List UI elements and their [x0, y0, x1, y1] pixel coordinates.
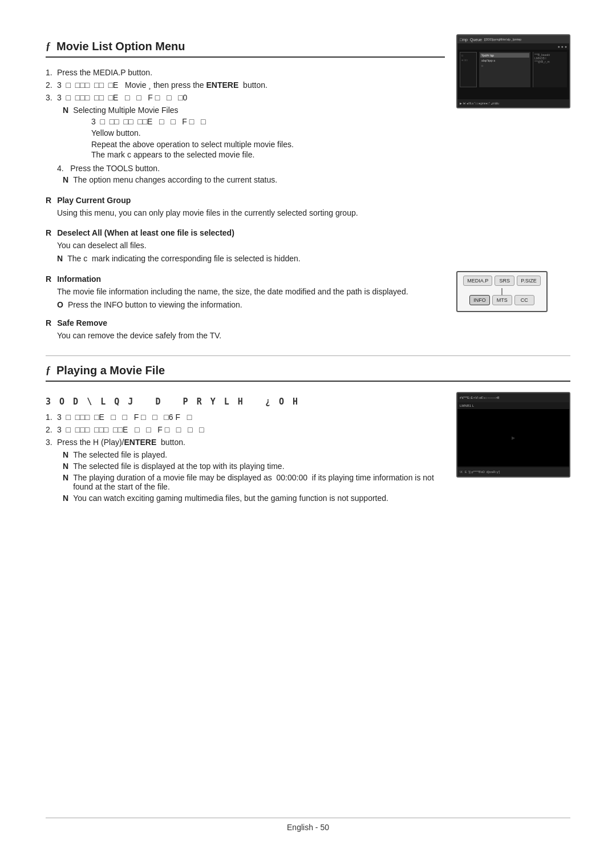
footer-page-num: 50 [320, 823, 329, 832]
tv-bottom-bar-1: ▶ I♦I ●Illi.a ''□□♦gme♦□'' ₒzr⊞Iu [457, 99, 569, 107]
r-info-heading: Information [57, 274, 101, 284]
remote-row-2: INFO MTS CC [461, 295, 543, 305]
play-step2: 3 □ □□□ □□□ □□E □ □ F □ □ □ □ [57, 425, 204, 434]
r-play-content: Using this menu, you can only play movie… [57, 207, 570, 219]
play-list-item: 3. Press the H (Play)/ENTERE button. [46, 438, 445, 447]
r-info: R Information The movie file information… [46, 274, 445, 309]
section1-f-label: ƒ [46, 41, 51, 52]
tv-play-top: #'d'***E::E:<'d'::c€'□□ --------->B [457, 393, 569, 402]
section2-content: 3 O D \ L Q J D P R Y L H ¿ O H 1. 3 □ □… [46, 392, 445, 505]
play-list-item: 1. 3 □ □□□ □E □ □ F □ □ □6 F □ [46, 413, 445, 422]
r-deselect-heading: Deselect All (When at least one file is … [57, 228, 234, 237]
play-step1: 3 □ □□□ □E □ □ F □ □ □6 F □ [57, 413, 192, 422]
step4-text: Press the TOOLS button. [70, 164, 160, 173]
substep-3-text: 3 □ □□ □□ □□E □ □ F □ □ [91, 117, 205, 126]
tv-display-1: □mp Queue [[DDD]pymgMirie'alp _Ipmtep ● … [456, 34, 570, 108]
remote-row-1: MEDIA.P SRS P.SIZE [461, 276, 543, 286]
footer: English - 50 [46, 818, 570, 832]
media-p-button: MEDIA.P [463, 276, 492, 286]
repeat-text-content: Repeat the above operation to select mul… [91, 140, 294, 149]
r-sections-container: R Play Current Group Using this menu, yo… [46, 196, 570, 344]
play-n1: N The selected file is played. [63, 450, 445, 459]
cc-button: CC [514, 295, 534, 305]
r-play-heading: Play Current Group [57, 196, 131, 205]
play-n2: N The selected file is displayed at the … [63, 462, 445, 471]
mark-text: The mark c appears to the selected movie… [91, 150, 445, 159]
section2-title-text: Playing a Movie File [56, 364, 165, 377]
r-deselect-n: N The c mark indicating the correspondin… [57, 254, 570, 263]
footer-label: English [287, 823, 313, 832]
remote-connector [501, 288, 502, 295]
srs-button: SRS [495, 276, 514, 286]
substep-3: 3 □ □□ □□ □□E □ □ F □ □ [91, 117, 445, 126]
tv-screen-1: □mp Queue [[DDD]pymgMirie'alp _Ipmtep ● … [456, 34, 570, 108]
step4-n-text: The option menu changes according to the… [73, 175, 277, 184]
n-selecting-text: Selecting Multiple Movie Files [73, 106, 178, 115]
section2-container: 3 O D \ L Q J D P R Y L H ¿ O H 1. 3 □ □… [46, 392, 570, 505]
info-button: INFO [469, 295, 490, 305]
step4-n: N The option menu changes according to t… [63, 175, 445, 184]
r-deselect-content: You can deselect all files. [57, 240, 570, 252]
r-deselect-n-text: The c mark indicating the corresponding … [67, 254, 301, 263]
r-play-current: R Play Current Group Using this menu, yo… [46, 196, 570, 219]
play-n1-text: The selected file is played. [73, 450, 167, 459]
r-safe-content: You can remove the device safely from th… [57, 330, 445, 342]
r-safe-heading: Safe Remove [57, 318, 107, 328]
tv-play-bottom: \X E '[{-p*****B'eD d[zzaR□y'] [457, 467, 569, 476]
step1-text: Press the MEDIA.P button. [57, 68, 152, 77]
play-n3-text: The playing duration of a movie file may… [73, 473, 445, 491]
list-item: 3. 3 □ □□□ □□ □E □ □ F □ □ □0 [46, 93, 445, 102]
section2-f-label: ƒ [46, 365, 51, 377]
play-n3: N The playing duration of a movie file m… [63, 473, 445, 491]
r-info-container: R Information The movie file information… [46, 265, 570, 344]
section2-title: ƒ Playing a Movie File [46, 364, 570, 382]
r-deselect: R Deselect All (When at least one file i… [46, 228, 570, 263]
play-n4-text: You can watch exciting gaming multimedia… [73, 494, 388, 503]
tv-top-bar: □mp Queue [[DDD]pymgMirie'alp _Ipmtep [457, 35, 569, 43]
section-divider [46, 355, 570, 356]
tv-play-main: ▶ [457, 409, 569, 466]
play-n2-text: The selected file is displayed at the to… [73, 462, 284, 471]
remote-image: MEDIA.P SRS P.SIZE INFO [456, 271, 570, 312]
section1-title: ƒ Movie List Option Menu [46, 40, 445, 58]
step4: 4. Press the TOOLS button. [46, 164, 445, 173]
yellow-button-text: Yellow button. [91, 128, 141, 138]
remote-buttons: MEDIA.P SRS P.SIZE INFO [456, 271, 548, 312]
play-list-item: 2. 3 □ □□□ □□□ □□E □ □ F □ □ □ □ [46, 425, 445, 434]
play-step3: Press the H (Play)/ENTERE button. [57, 438, 185, 447]
step3-text: 3 □ □□□ □□ □E □ □ F □ □ □0 [57, 93, 187, 102]
list-item: 2. 3 □ □□□ □□ □E Movie ¸ then press the … [46, 80, 445, 90]
section1-container: ƒ Movie List Option Menu 1. Press the ME… [46, 34, 570, 187]
step2-text: 3 □ □□□ □□ □E Movie ¸ then press the ENT… [57, 80, 268, 90]
list-item: 1. Press the MEDIA.P button. [46, 68, 445, 77]
play-n4: N You can watch exciting gaming multimed… [63, 494, 445, 503]
r-safe-remove: R Safe Remove You can remove the device … [46, 318, 445, 342]
play-heading: 3 O D \ L Q J D P R Y L H ¿ O H [46, 397, 445, 407]
mark-text-content: The mark c appears to the selected movie… [91, 150, 254, 159]
r-info-o: O Press the INFO button to viewing the i… [57, 300, 445, 309]
mts-button: MTS [492, 295, 512, 305]
tv-play-image: #'d'***E::E:<'d'::c€'□□ --------->B LMNB… [456, 392, 570, 478]
tv-play-filename: LMNB1 L [457, 402, 569, 409]
page: ƒ Movie List Option Menu 1. Press the ME… [0, 0, 616, 849]
r-info-o-text: Press the INFO button to viewing the inf… [68, 300, 242, 309]
psize-button: P.SIZE [517, 276, 540, 286]
section1-content: ƒ Movie List Option Menu 1. Press the ME… [46, 34, 445, 187]
yellow-button: Yellow button. [91, 128, 445, 138]
r-info-content: The movie file information including the… [57, 286, 445, 298]
step-list: 1. Press the MEDIA.P button. 2. 3 □ □□□ … [46, 68, 445, 102]
r-info-content-col: R Information The movie file information… [46, 265, 445, 344]
tv-screen-2: #'d'***E::E:<'d'::c€'□□ --------->B LMNB… [456, 392, 570, 478]
tv-body: □ + □□ Ypcl#r Iqp alap'Iqsp a □ ***B_baa… [457, 50, 569, 90]
section1-title-text: Movie List Option Menu [56, 40, 185, 53]
play-step-list: 1. 3 □ □□□ □E □ □ F □ □ □6 F □ 2. 3 □ □□… [46, 413, 445, 447]
repeat-text: Repeat the above operation to select mul… [91, 140, 445, 149]
n-selecting: N Selecting Multiple Movie Files [63, 106, 445, 115]
